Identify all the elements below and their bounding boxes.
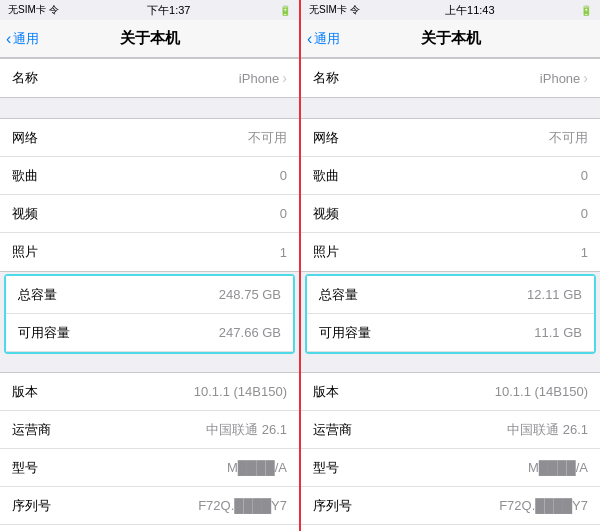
row-capacity: 总容量 248.75 GB: [6, 276, 293, 314]
row-value: 10.1.1 (14B150): [194, 384, 287, 399]
back-button[interactable]: ‹ 通用: [307, 30, 340, 48]
row-capacity: 可用容量 11.1 GB: [307, 314, 594, 352]
row-info: 版本 10.1.1 (14B150): [301, 373, 600, 411]
row-value: 12.11 GB: [527, 287, 582, 302]
row-info: 运营商 中国联通 26.1: [0, 411, 299, 449]
battery-icon: 🔋: [580, 5, 592, 16]
row-label: 序列号: [313, 497, 352, 515]
row-info: 序列号 F72Q.████Y7: [0, 487, 299, 525]
row-label: 型号: [12, 459, 38, 477]
spacer: [301, 354, 600, 372]
row-label: 可用容量: [319, 324, 371, 342]
row-value: M████/A: [227, 460, 287, 475]
chevron-right-icon: ›: [282, 70, 287, 86]
row-label: 网络: [12, 129, 38, 147]
row-label: 总容量: [319, 286, 358, 304]
status-right: 🔋: [580, 5, 592, 16]
row-label: 名称: [12, 69, 38, 87]
row-value: 1: [280, 245, 287, 260]
row-label: 版本: [313, 383, 339, 401]
row-stat: 视频 0: [301, 195, 600, 233]
status-left: 无SIM卡 令: [309, 3, 360, 17]
carrier-label: 无SIM卡 令: [309, 3, 360, 17]
row-stat: 视频 0: [0, 195, 299, 233]
back-button[interactable]: ‹ 通用: [6, 30, 39, 48]
row-label: 歌曲: [313, 167, 339, 185]
row-value: 247.66 GB: [219, 325, 281, 340]
chevron-left-icon: ‹: [6, 31, 11, 47]
spacer: [0, 354, 299, 372]
status-time: 下午1:37: [147, 3, 190, 18]
nav-bar: ‹ 通用 关于本机: [0, 20, 299, 58]
page-title: 关于本机: [120, 29, 180, 48]
row-value: iPhone›: [540, 70, 588, 86]
row-value: 248.75 GB: [219, 287, 281, 302]
row-info: Wi-Fi 地址 F4:31:C3:████5E: [301, 525, 600, 531]
row-value: F72Q.████Y7: [198, 498, 287, 513]
row-value: 不可用: [549, 129, 588, 147]
row-stat: 网络 不可用: [0, 119, 299, 157]
row-value: 0: [280, 206, 287, 221]
row-label: 序列号: [12, 497, 51, 515]
row-capacity: 可用容量 247.66 GB: [6, 314, 293, 352]
row-info: 型号 M████/A: [0, 449, 299, 487]
row-label: 型号: [313, 459, 339, 477]
row-name[interactable]: 名称 iPhone›: [301, 59, 600, 97]
row-stat: 歌曲 0: [301, 157, 600, 195]
row-info: 序列号 F72Q.████Y7: [301, 487, 600, 525]
row-stat: 网络 不可用: [301, 119, 600, 157]
row-info: 型号 M████/A: [301, 449, 600, 487]
status-right: 🔋: [279, 5, 291, 16]
section-name: 名称 iPhone›: [301, 58, 600, 98]
row-label: 名称: [313, 69, 339, 87]
row-label: 歌曲: [12, 167, 38, 185]
row-label: 总容量: [18, 286, 57, 304]
row-value: 10.1.1 (14B150): [495, 384, 588, 399]
row-label: 可用容量: [18, 324, 70, 342]
status-bar: 无SIM卡 令 上午11:43 🔋: [301, 0, 600, 20]
spacer: [0, 100, 299, 118]
row-value: 1: [581, 245, 588, 260]
back-label[interactable]: 通用: [13, 30, 39, 48]
phone-panel-left: 无SIM卡 令 下午1:37 🔋 ‹ 通用 关于本机 名称 iPhone›: [0, 0, 299, 531]
row-label: 网络: [313, 129, 339, 147]
section-name: 名称 iPhone›: [0, 58, 299, 98]
row-value: M████/A: [528, 460, 588, 475]
section-stats: 网络 不可用 歌曲 0 视频 0 照片 1: [0, 118, 299, 272]
row-info: 运营商 中国联通 26.1: [301, 411, 600, 449]
row-value: 0: [280, 168, 287, 183]
row-name[interactable]: 名称 iPhone›: [0, 59, 299, 97]
status-time: 上午11:43: [445, 3, 495, 18]
settings-list: 名称 iPhone› 网络 不可用 歌曲 0 视频 0 照片 1: [0, 58, 299, 531]
page-title: 关于本机: [421, 29, 481, 48]
row-value: F72Q.████Y7: [499, 498, 588, 513]
highlight-box: 总容量 248.75 GB 可用容量 247.66 GB: [4, 274, 295, 354]
row-info: Wi-Fi 地址 F4:31:C3:████5E: [0, 525, 299, 531]
back-label[interactable]: 通用: [314, 30, 340, 48]
row-stat: 照片 1: [301, 233, 600, 271]
row-label: 照片: [313, 243, 339, 261]
row-value: 0: [581, 206, 588, 221]
row-value: 中国联通 26.1: [206, 421, 287, 439]
row-label: 版本: [12, 383, 38, 401]
row-value: 不可用: [248, 129, 287, 147]
section-info: 版本 10.1.1 (14B150) 运营商 中国联通 26.1 型号 M███…: [0, 372, 299, 531]
row-label: 运营商: [12, 421, 51, 439]
row-label: 视频: [12, 205, 38, 223]
row-label: 运营商: [313, 421, 352, 439]
status-left: 无SIM卡 令: [8, 3, 59, 17]
highlight-box: 总容量 12.11 GB 可用容量 11.1 GB: [305, 274, 596, 354]
row-value: 0: [581, 168, 588, 183]
status-bar: 无SIM卡 令 下午1:37 🔋: [0, 0, 299, 20]
row-value: iPhone›: [239, 70, 287, 86]
row-value: 11.1 GB: [534, 325, 582, 340]
row-label: 照片: [12, 243, 38, 261]
row-info: 版本 10.1.1 (14B150): [0, 373, 299, 411]
row-label: 视频: [313, 205, 339, 223]
carrier-label: 无SIM卡 令: [8, 3, 59, 17]
row-value: 中国联通 26.1: [507, 421, 588, 439]
chevron-right-icon: ›: [583, 70, 588, 86]
row-stat: 照片 1: [0, 233, 299, 271]
spacer: [301, 100, 600, 118]
row-stat: 歌曲 0: [0, 157, 299, 195]
